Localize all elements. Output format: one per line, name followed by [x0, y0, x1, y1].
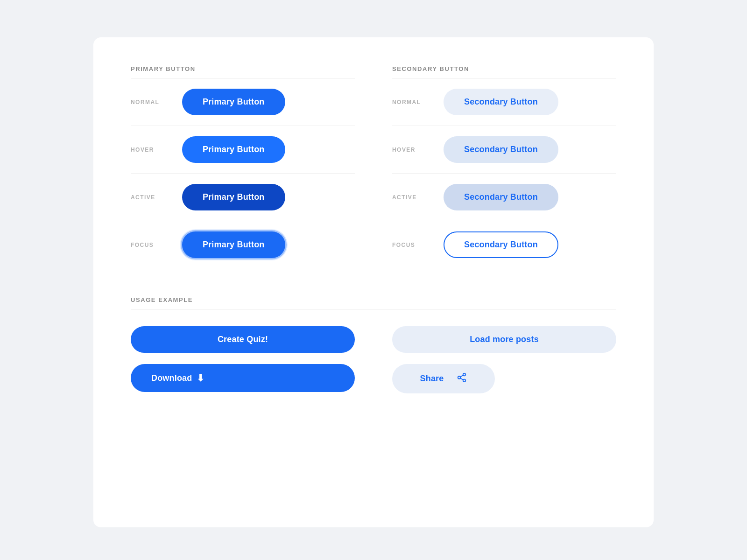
secondary-hover-row: HOVER Secondary Button	[392, 126, 616, 174]
secondary-focus-row: FOCUS Secondary Button	[392, 221, 616, 268]
usage-download-button[interactable]: Download ⬇	[131, 364, 355, 392]
usage-share-button[interactable]: Share	[392, 364, 495, 393]
primary-focus-row: FOCUS Primary Button	[131, 221, 355, 268]
svg-line-4	[460, 375, 463, 377]
secondary-normal-row: NORMAL Secondary Button	[392, 78, 616, 126]
svg-line-3	[460, 378, 463, 380]
primary-section: PRIMARY BUTTON NORMAL Primary Button HOV…	[131, 65, 355, 268]
secondary-active-row: ACTIVE Secondary Button	[392, 174, 616, 221]
usage-row: Create Quiz! Download ⬇ Load more posts …	[131, 309, 616, 410]
secondary-normal-label: NORMAL	[392, 99, 444, 105]
primary-active-label: ACTIVE	[131, 194, 182, 201]
usage-create-quiz-button[interactable]: Create Quiz!	[131, 326, 355, 353]
secondary-button-normal[interactable]: Secondary Button	[444, 89, 558, 115]
primary-button-normal[interactable]: Primary Button	[182, 89, 285, 115]
primary-button-active[interactable]: Primary Button	[182, 184, 285, 210]
usage-secondary-col: Load more posts Share	[392, 309, 616, 410]
primary-hover-row: HOVER Primary Button	[131, 126, 355, 174]
primary-normal-row: NORMAL Primary Button	[131, 78, 355, 126]
primary-button-focus[interactable]: Primary Button	[182, 231, 285, 258]
secondary-button-hover[interactable]: Secondary Button	[444, 136, 558, 163]
secondary-button-focus[interactable]: Secondary Button	[444, 231, 558, 258]
secondary-focus-label: FOCUS	[392, 242, 444, 248]
secondary-hover-label: HOVER	[392, 147, 444, 153]
secondary-section: SECONDARY BUTTON NORMAL Secondary Button…	[392, 65, 616, 268]
secondary-section-title: SECONDARY BUTTON	[392, 65, 616, 72]
primary-focus-label: FOCUS	[131, 242, 182, 248]
sections-row: PRIMARY BUTTON NORMAL Primary Button HOV…	[131, 65, 616, 268]
usage-load-more-button[interactable]: Load more posts	[392, 326, 616, 353]
primary-active-row: ACTIVE Primary Button	[131, 174, 355, 221]
share-icon	[457, 372, 467, 385]
page-container: PRIMARY BUTTON NORMAL Primary Button HOV…	[93, 37, 654, 527]
usage-primary-col: Create Quiz! Download ⬇	[131, 309, 355, 410]
primary-section-title: PRIMARY BUTTON	[131, 65, 355, 72]
primary-button-hover[interactable]: Primary Button	[182, 136, 285, 163]
usage-title: USAGE EXAMPLE	[131, 296, 616, 303]
usage-section: USAGE EXAMPLE Create Quiz! Download ⬇ Lo…	[131, 296, 616, 410]
secondary-active-label: ACTIVE	[392, 194, 444, 201]
download-icon: ⬇	[197, 372, 204, 384]
share-label: Share	[420, 374, 444, 384]
primary-normal-label: NORMAL	[131, 99, 182, 105]
primary-hover-label: HOVER	[131, 147, 182, 153]
download-label: Download	[151, 373, 192, 383]
secondary-button-active[interactable]: Secondary Button	[444, 184, 558, 210]
